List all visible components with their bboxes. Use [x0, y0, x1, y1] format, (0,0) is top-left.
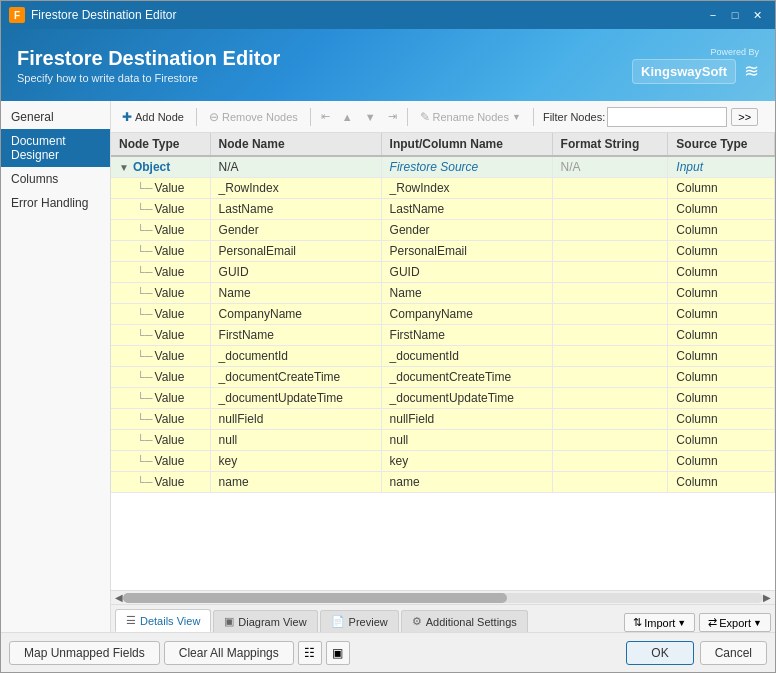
node-type-label: Value — [155, 181, 185, 195]
title-bar-left: F Firestore Destination Editor — [9, 7, 176, 23]
table-row[interactable]: └─ValuekeykeyColumn — [111, 451, 775, 472]
header-logo: Powered By KingswaySoft ≋ — [632, 47, 759, 84]
cell-node-name: Gender — [210, 220, 381, 241]
col-node-name: Node Name — [210, 133, 381, 156]
cell-node-name: FirstName — [210, 325, 381, 346]
move-up-first-button[interactable]: ⇤ — [316, 106, 335, 128]
node-type-label: Value — [155, 412, 185, 426]
cancel-button[interactable]: Cancel — [700, 641, 767, 665]
tab-additional-settings[interactable]: ⚙ Additional Settings — [401, 610, 528, 632]
import-icon: ⇅ — [633, 616, 642, 629]
add-node-button[interactable]: ✚ Add Node — [115, 106, 191, 128]
sidebar-item-document-designer[interactable]: Document Designer — [1, 129, 110, 167]
filter-go-button[interactable]: >> — [731, 108, 758, 126]
table-row[interactable]: └─ValueNameNameColumn — [111, 283, 775, 304]
table-row[interactable]: └─ValueGenderGenderColumn — [111, 220, 775, 241]
cell-node-type: └─Value — [111, 220, 210, 241]
node-type-label: Value — [155, 328, 185, 342]
cell-node-name: _RowIndex — [210, 178, 381, 199]
cell-node-name: name — [210, 472, 381, 493]
scroll-left-arrow[interactable]: ◀ — [115, 592, 123, 603]
nodes-table: Node Type Node Name Input/Column Name Fo… — [111, 133, 775, 493]
remove-nodes-button[interactable]: ⊖ Remove Nodes — [202, 106, 305, 128]
cell-input-name: key — [381, 451, 552, 472]
cell-node-type: └─Value — [111, 430, 210, 451]
cell-source-type: Column — [668, 388, 775, 409]
cell-format-string — [552, 262, 668, 283]
minimize-button[interactable]: − — [703, 7, 723, 23]
cell-node-name: _documentUpdateTime — [210, 388, 381, 409]
col-format-string: Format String — [552, 133, 668, 156]
move-down-last-button[interactable]: ⇥ — [383, 106, 402, 128]
tab-actions: ⇅ Import ▼ ⇄ Export ▼ — [624, 613, 771, 632]
scroll-right-arrow[interactable]: ▶ — [763, 592, 771, 603]
tab-diagram-view[interactable]: ▣ Diagram View — [213, 610, 317, 632]
export-button[interactable]: ⇄ Export ▼ — [699, 613, 771, 632]
node-type-label: Value — [155, 265, 185, 279]
table-row[interactable]: └─ValueFirstNameFirstNameColumn — [111, 325, 775, 346]
node-type-label: Value — [155, 370, 185, 384]
toolbar-separator-3 — [407, 108, 408, 126]
footer-icon-btn-2[interactable]: ▣ — [326, 641, 350, 665]
map-unmapped-button[interactable]: Map Unmapped Fields — [9, 641, 160, 665]
cell-input-name: _documentUpdateTime — [381, 388, 552, 409]
preview-icon: 📄 — [331, 615, 345, 628]
powered-by-text: Powered By — [710, 47, 759, 57]
title-bar-controls: − □ ✕ — [703, 7, 767, 23]
table-row[interactable]: └─Value_RowIndex_RowIndexColumn — [111, 178, 775, 199]
table-row[interactable]: └─ValueGUIDGUIDColumn — [111, 262, 775, 283]
sidebar-item-general[interactable]: General — [1, 105, 110, 129]
h-scrollbar[interactable] — [123, 593, 763, 603]
cell-source-type: Column — [668, 178, 775, 199]
cell-input-name: CompanyName — [381, 304, 552, 325]
import-dropdown-icon: ▼ — [677, 618, 686, 628]
sidebar-item-error-handling[interactable]: Error Handling — [1, 191, 110, 215]
cell-input-name: _documentCreateTime — [381, 367, 552, 388]
close-button[interactable]: ✕ — [747, 7, 767, 23]
diagram-view-icon: ▣ — [224, 615, 234, 628]
expand-icon[interactable]: ▼ — [119, 162, 129, 173]
tab-details-view[interactable]: ☰ Details View — [115, 609, 211, 632]
cell-format-string — [552, 451, 668, 472]
tab-additional-label: Additional Settings — [426, 616, 517, 628]
clear-all-button[interactable]: Clear All Mappings — [164, 641, 294, 665]
table-row[interactable]: └─Value_documentCreateTime_documentCreat… — [111, 367, 775, 388]
table-body: ▼ObjectN/AFirestore SourceN/AInput└─Valu… — [111, 156, 775, 493]
rename-nodes-button[interactable]: ✎ Rename Nodes ▼ — [413, 106, 528, 128]
cell-node-name: CompanyName — [210, 304, 381, 325]
move-up-button[interactable]: ▲ — [337, 106, 358, 128]
move-down-button[interactable]: ▼ — [360, 106, 381, 128]
cell-input-name: _RowIndex — [381, 178, 552, 199]
table-row[interactable]: └─ValuenamenameColumn — [111, 472, 775, 493]
ok-button[interactable]: OK — [626, 641, 693, 665]
table-row[interactable]: └─ValuenullFieldnullFieldColumn — [111, 409, 775, 430]
filter-input[interactable] — [607, 107, 727, 127]
cell-node-type: └─Value — [111, 199, 210, 220]
import-button[interactable]: ⇅ Import ▼ — [624, 613, 695, 632]
tab-details-label: Details View — [140, 615, 200, 627]
sidebar-item-columns[interactable]: Columns — [1, 167, 110, 191]
table-row[interactable]: └─Value_documentId_documentIdColumn — [111, 346, 775, 367]
filter-label: Filter Nodes: — [543, 111, 605, 123]
cell-node-name: N/A — [210, 156, 381, 178]
cell-input-name: Firestore Source — [381, 156, 552, 178]
cell-node-name: key — [210, 451, 381, 472]
tab-preview[interactable]: 📄 Preview — [320, 610, 399, 632]
table-row[interactable]: └─ValueCompanyNameCompanyNameColumn — [111, 304, 775, 325]
sidebar: General Document Designer Columns Error … — [1, 101, 111, 632]
table-row[interactable]: └─ValueLastNameLastNameColumn — [111, 199, 775, 220]
cell-input-name: LastName — [381, 199, 552, 220]
cell-format-string — [552, 199, 668, 220]
node-type-label: Value — [155, 244, 185, 258]
cell-format-string — [552, 472, 668, 493]
node-type-label: Value — [155, 349, 185, 363]
cell-source-type: Column — [668, 304, 775, 325]
table-row[interactable]: └─ValuePersonalEmailPersonalEmailColumn — [111, 241, 775, 262]
table-row[interactable]: └─Value_documentUpdateTime_documentUpdat… — [111, 388, 775, 409]
maximize-button[interactable]: □ — [725, 7, 745, 23]
tab-bar: ☰ Details View ▣ Diagram View 📄 Preview … — [111, 604, 775, 632]
table-row[interactable]: ▼ObjectN/AFirestore SourceN/AInput — [111, 156, 775, 178]
cell-source-type: Column — [668, 430, 775, 451]
footer-icon-btn-1[interactable]: ☷ — [298, 641, 322, 665]
table-row[interactable]: └─ValuenullnullColumn — [111, 430, 775, 451]
